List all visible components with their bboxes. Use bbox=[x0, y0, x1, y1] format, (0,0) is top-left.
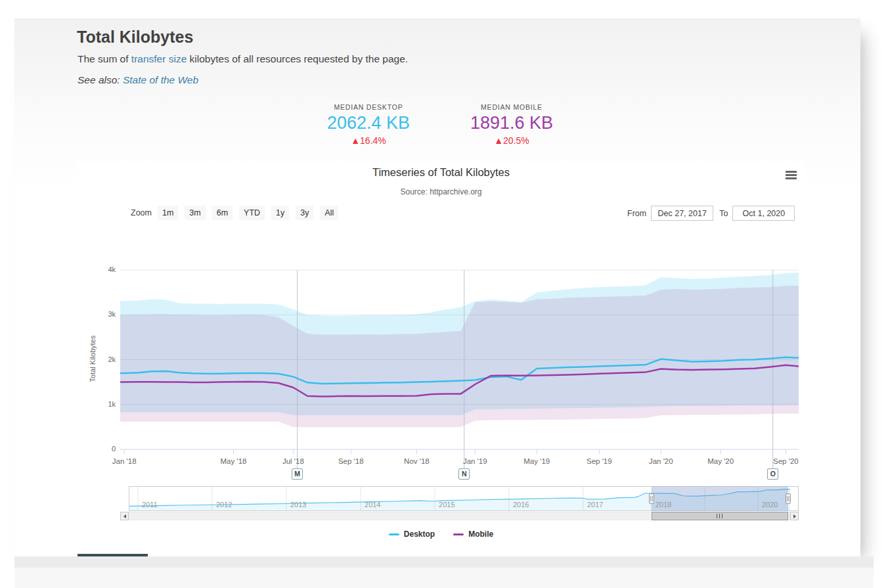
navigator-year-label: 2011 bbox=[142, 501, 158, 509]
chart-title: Timeseries of Total Kilobytes bbox=[78, 166, 805, 179]
median-mobile-stat: MEDIAN MOBILE 1891.6 KB ▲20.5% bbox=[456, 103, 567, 146]
bottom-tab-indicator[interactable] bbox=[78, 554, 148, 556]
event-flag-o[interactable]: O bbox=[767, 468, 778, 480]
zoom-button-3y[interactable]: 3y bbox=[296, 206, 313, 220]
median-stats: MEDIAN DESKTOP 2062.4 KB ▲16.4% MEDIAN M… bbox=[276, 103, 604, 146]
to-date-input[interactable] bbox=[732, 206, 795, 221]
y-axis-label-0: 0 bbox=[79, 445, 116, 453]
scrollbar-left-button[interactable] bbox=[120, 512, 129, 520]
legend-label: Desktop bbox=[404, 530, 435, 539]
median-mobile-label: MEDIAN MOBILE bbox=[456, 103, 567, 111]
median-desktop-change: ▲16.4% bbox=[313, 135, 424, 146]
navigator-scrollbar bbox=[120, 512, 799, 520]
transfer-size-link[interactable]: transfer size bbox=[131, 53, 187, 64]
x-axis-label: Sep '18 bbox=[338, 457, 364, 465]
y-axis-label-1k: 1k bbox=[79, 400, 116, 408]
navigator-year-label: 2018 bbox=[655, 501, 671, 509]
legend-item-mobile[interactable]: Mobile bbox=[453, 530, 493, 539]
navigator-year-label: 2015 bbox=[439, 501, 455, 509]
up-arrow-icon: ▲ bbox=[494, 135, 503, 146]
legend-line-icon bbox=[389, 533, 399, 535]
zoom-button-3m[interactable]: 3m bbox=[185, 206, 205, 220]
median-desktop-stat: MEDIAN DESKTOP 2062.4 KB ▲16.4% bbox=[313, 103, 424, 146]
x-axis-label: Sep '19 bbox=[587, 457, 612, 465]
event-flag-m[interactable]: M bbox=[292, 468, 303, 480]
scrollbar-right-button[interactable] bbox=[790, 512, 799, 520]
navigator-handle-left[interactable] bbox=[650, 494, 654, 504]
timeseries-plot[interactable] bbox=[120, 263, 799, 473]
left-arrow-icon bbox=[123, 514, 126, 518]
hamburger-icon bbox=[786, 177, 797, 179]
description-suffix: kilobytes of all resources requested by … bbox=[187, 53, 408, 64]
zoom-button-row: Zoom 1m3m6mYTD1y3yAll bbox=[131, 206, 345, 220]
navigator-year-label: 2017 bbox=[587, 501, 603, 509]
chart-context-menu-button[interactable] bbox=[786, 171, 797, 181]
from-label: From bbox=[627, 209, 646, 218]
median-desktop-label: MEDIAN DESKTOP bbox=[313, 103, 424, 111]
hamburger-icon bbox=[786, 171, 797, 173]
navigator-year-label: 2013 bbox=[290, 501, 306, 509]
hamburger-icon bbox=[786, 174, 797, 176]
median-mobile-value: 1891.6 KB bbox=[456, 113, 567, 133]
chart-subtitle: Source: httparchive.org bbox=[78, 187, 805, 196]
up-arrow-icon: ▲ bbox=[351, 135, 360, 146]
y-axis-label-3k: 3k bbox=[79, 310, 116, 318]
x-axis-label: Jan '20 bbox=[649, 457, 673, 465]
median-desktop-value: 2062.4 KB bbox=[313, 113, 424, 133]
navigator-handle-right[interactable] bbox=[786, 494, 790, 504]
to-label: To bbox=[719, 209, 728, 218]
zoom-button-1m[interactable]: 1m bbox=[158, 206, 178, 220]
x-axis-label: Sep '20 bbox=[773, 457, 799, 465]
zoom-button-all[interactable]: All bbox=[320, 206, 338, 220]
legend-line-icon bbox=[453, 533, 464, 535]
see-also: See also: State of the Web bbox=[78, 74, 198, 86]
navigator-year-label: 2014 bbox=[365, 501, 380, 509]
median-mobile-change: ▲20.5% bbox=[456, 135, 567, 146]
x-axis-label: Jan '18 bbox=[112, 457, 137, 465]
x-axis-label: May '19 bbox=[523, 457, 550, 465]
from-date-input[interactable] bbox=[651, 206, 713, 221]
x-axis-label: Jan '19 bbox=[463, 457, 487, 465]
x-axis-label: May '20 bbox=[707, 457, 734, 465]
state-of-the-web-link[interactable]: State of the Web bbox=[123, 74, 198, 85]
chart-legend: DesktopMobile bbox=[78, 530, 805, 539]
date-range-row: From To bbox=[627, 206, 795, 221]
see-also-label: See also: bbox=[78, 74, 123, 85]
description-prefix: The sum of bbox=[78, 53, 131, 64]
scrollbar-grip-icon bbox=[717, 514, 722, 518]
x-axis-label: Nov '18 bbox=[404, 457, 430, 465]
scrollbar-thumb[interactable] bbox=[652, 512, 788, 520]
zoom-label: Zoom bbox=[131, 208, 152, 217]
x-axis-label: May '18 bbox=[221, 457, 247, 465]
zoom-button-ytd[interactable]: YTD bbox=[239, 206, 265, 220]
y-axis-label-2k: 2k bbox=[79, 355, 116, 363]
zoom-button-1y[interactable]: 1y bbox=[271, 206, 289, 220]
page-description: The sum of transfer size kilobytes of al… bbox=[78, 53, 408, 65]
x-axis-label: Jul '18 bbox=[282, 457, 304, 465]
event-flag-n[interactable]: N bbox=[458, 468, 470, 480]
y-axis-label-4k: 4k bbox=[79, 265, 116, 273]
legend-item-desktop[interactable]: Desktop bbox=[389, 530, 435, 539]
navigator-year-label: 2020 bbox=[762, 501, 778, 509]
right-arrow-icon bbox=[793, 514, 796, 518]
legend-label: Mobile bbox=[468, 530, 493, 539]
page-bottom-area bbox=[14, 568, 874, 588]
navigator-year-label: 2012 bbox=[216, 501, 232, 509]
navigator-year-label: 2016 bbox=[513, 501, 529, 509]
below-card-strip bbox=[14, 556, 874, 568]
page-title: Total Kilobytes bbox=[77, 28, 193, 47]
zoom-button-6m[interactable]: 6m bbox=[212, 206, 233, 220]
